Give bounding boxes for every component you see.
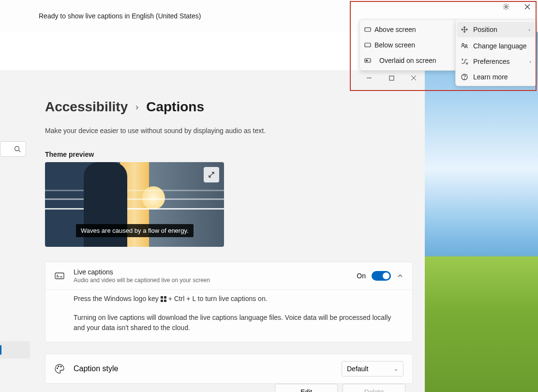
- preview-caption-text: Waves are caused by a flow of energy.: [76, 224, 194, 237]
- chevron-right-icon: ›: [528, 27, 530, 32]
- chevron-right-icon: ›: [529, 59, 531, 64]
- menu-item-change-language[interactable]: Change language: [456, 38, 536, 54]
- edit-button[interactable]: Edit: [275, 384, 338, 392]
- menu-item-position[interactable]: Position ›: [457, 22, 535, 37]
- expand-preview-button[interactable]: [204, 167, 219, 182]
- theme-preview-image: Waves are caused by a flow of energy.: [45, 162, 224, 247]
- live-captions-hint: Press the Windows logo key + Ctrl + L to…: [74, 294, 404, 304]
- svg-point-20: [60, 366, 61, 367]
- live-captions-card: Live captions Audio and video will be ca…: [45, 262, 413, 342]
- breadcrumb-parent[interactable]: Accessibility: [45, 99, 128, 115]
- svg-point-19: [58, 366, 59, 367]
- svg-point-4: [464, 79, 465, 79]
- submenu-item-label: Overlaid on screen: [379, 57, 436, 64]
- submenu-item-label: Above screen: [374, 26, 416, 33]
- caption-style-select[interactable]: Default ⌄: [342, 361, 404, 377]
- svg-point-1: [462, 44, 464, 45]
- menu-item-label: Position: [473, 26, 497, 33]
- svg-point-12: [15, 147, 19, 151]
- svg-rect-11: [389, 76, 394, 80]
- svg-point-0: [505, 6, 507, 8]
- svg-rect-16: [161, 300, 163, 302]
- live-captions-status-text: Ready to show live captions in English (…: [39, 12, 201, 20]
- live-captions-title: Live captions: [74, 268, 210, 276]
- submenu-item-below-screen[interactable]: Below screen: [360, 37, 457, 53]
- svg-point-2: [465, 45, 467, 46]
- svg-rect-8: [365, 45, 371, 47]
- submenu-item-label: Below screen: [374, 41, 415, 49]
- chevron-up-icon[interactable]: [397, 272, 404, 279]
- menu-item-label: Preferences: [473, 58, 509, 65]
- captions-icon: [54, 271, 65, 281]
- minimize-button[interactable]: [358, 70, 380, 86]
- search-input[interactable]: [0, 141, 26, 157]
- caption-style-title: Caption style: [74, 364, 119, 373]
- toggle-state-text: On: [357, 272, 366, 280]
- menu-item-label: Learn more: [473, 73, 508, 81]
- theme-preview-label: Theme preview: [45, 151, 94, 158]
- expand-icon: [208, 171, 215, 178]
- caption-style-card: Caption style Default ⌄: [45, 354, 413, 384]
- close-icon[interactable]: [517, 0, 538, 14]
- position-submenu: Above screen Below screen Overlaid on sc…: [359, 19, 457, 71]
- svg-point-18: [57, 368, 58, 369]
- gear-icon[interactable]: [495, 0, 517, 14]
- submenu-item-overlaid[interactable]: Overlaid on screen: [360, 53, 457, 68]
- selected-dot-icon: [366, 60, 368, 61]
- settings-menu: Position › Change language Preferences ›…: [455, 19, 537, 86]
- menu-item-learn-more[interactable]: Learn more: [456, 69, 536, 85]
- svg-rect-14: [161, 296, 163, 299]
- chevron-right-icon: ›: [135, 102, 138, 112]
- menu-item-preferences[interactable]: Preferences ›: [456, 54, 536, 69]
- palette-icon: [54, 363, 65, 374]
- live-captions-subtitle: Audio and video will be captioned live o…: [74, 277, 210, 284]
- svg-rect-6: [365, 28, 371, 29]
- submenu-item-above-screen[interactable]: Above screen: [360, 22, 457, 37]
- search-icon: [14, 146, 21, 152]
- window-close-button[interactable]: [403, 70, 425, 86]
- settings-window: Accessibility › Captions Make your devic…: [0, 70, 425, 392]
- live-captions-info: Turning on live captions will download t…: [74, 313, 404, 333]
- sidebar-item-accessibility[interactable]: [0, 341, 30, 359]
- live-captions-toggle[interactable]: [372, 271, 391, 281]
- chevron-down-icon: ⌄: [394, 366, 398, 372]
- page-subtitle: Make your device easier to use without s…: [45, 127, 266, 135]
- svg-rect-13: [55, 273, 64, 279]
- menu-item-label: Change language: [473, 42, 527, 50]
- breadcrumb-current: Captions: [146, 99, 204, 115]
- maximize-button[interactable]: [380, 70, 403, 86]
- breadcrumb: Accessibility › Captions: [45, 99, 204, 115]
- caption-style-selected: Default: [347, 365, 368, 373]
- delete-button: Delete: [343, 384, 405, 392]
- window-controls: [358, 70, 425, 86]
- windows-logo-icon: [161, 296, 166, 302]
